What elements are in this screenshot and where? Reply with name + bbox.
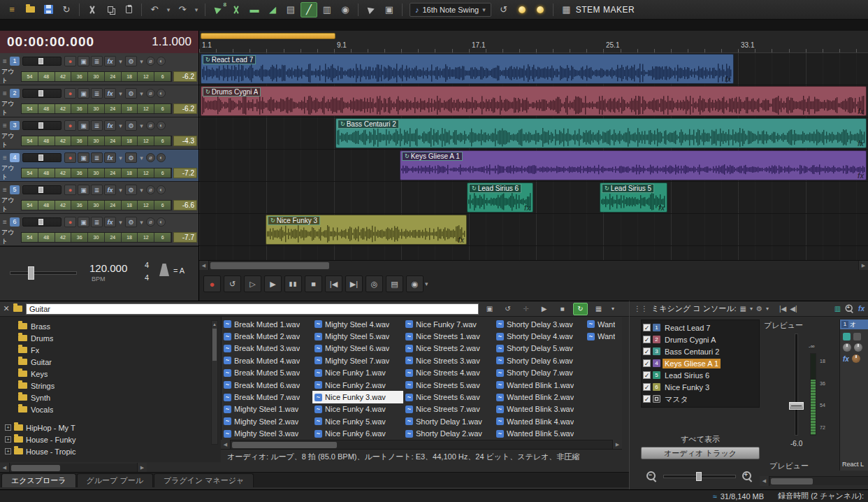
search-input[interactable] xyxy=(26,303,479,315)
track-strip[interactable]: ≡ 6 ● ▣ ≣ fx ▾ ⚙ ▾ ø ◐ アウト 5448423630241… xyxy=(0,214,198,246)
track-volume-slider[interactable] xyxy=(22,57,62,66)
folder-item[interactable]: Guitar xyxy=(0,356,221,368)
chevron-down-icon[interactable]: ▾ xyxy=(766,306,769,312)
preview-play-button[interactable]: ▶ xyxy=(537,303,551,315)
scrollbar-thumb[interactable] xyxy=(771,478,813,485)
track-fx-dropdown[interactable]: ▾ xyxy=(117,120,124,131)
volume-slider-thumb[interactable] xyxy=(38,155,43,161)
event-list-button[interactable]: ▤ xyxy=(386,275,403,292)
file-item[interactable]: ~Nice Funky 3.wav xyxy=(312,391,403,403)
timeline-header[interactable]: 1.19.117.125.133.1 xyxy=(199,31,868,53)
redo-dropdown[interactable]: ▾ xyxy=(192,2,201,17)
timeline-scrollbar[interactable]: ◀ ▶ xyxy=(199,260,868,270)
audio-clip[interactable]: ↻Lead Sirius 5 fx xyxy=(600,182,667,213)
audio-clip[interactable]: ↻Lead Sirius 6 fx xyxy=(467,182,533,213)
channel-strip-header[interactable]: 1 オ xyxy=(840,320,868,329)
hint-button-2[interactable] xyxy=(532,2,549,17)
file-item[interactable]: ~Nice Funky 6.wav xyxy=(312,428,403,440)
file-item[interactable]: ~Break Muted 1.wav xyxy=(222,318,312,330)
folder-item[interactable]: Brass xyxy=(0,320,221,332)
track-grip-icon[interactable]: ≡ xyxy=(1,154,8,162)
fade-tool-button[interactable]: ◢ xyxy=(264,2,281,17)
hint-button-1[interactable] xyxy=(514,2,530,17)
console-track-row[interactable]: ✓ 5 Lead Sirius 6 xyxy=(643,369,758,381)
file-item[interactable]: ~Mighty Steel 5.wav xyxy=(312,330,403,342)
file-item[interactable]: ~Shorty Delay 2.wav xyxy=(403,428,494,440)
file-item[interactable]: ~Break Muted 7.wav xyxy=(222,391,312,403)
paste-button[interactable] xyxy=(120,2,137,17)
volume-slider-thumb[interactable] xyxy=(38,122,43,129)
volume-slider-thumb[interactable] xyxy=(38,58,43,64)
track-input-button[interactable]: ≣ xyxy=(91,120,103,131)
track-gear-dropdown[interactable]: ▾ xyxy=(138,88,145,99)
track-fx-button[interactable]: fx xyxy=(104,185,116,195)
sync-button[interactable]: ↻ xyxy=(58,2,75,17)
track-gear-button[interactable]: ⚙ xyxy=(125,120,137,131)
time-signature-numerator[interactable]: 4 xyxy=(142,261,152,269)
track-gear-dropdown[interactable]: ▾ xyxy=(138,185,145,195)
track-visible-checkbox[interactable]: ✓ xyxy=(643,383,651,391)
audio-clip[interactable]: ↻Keys Gliese A 1 fx xyxy=(400,150,867,180)
select-tool-button[interactable] xyxy=(363,2,379,17)
meter-options-button[interactable]: ▥ xyxy=(834,305,841,313)
folder-item[interactable]: Vocals xyxy=(0,403,221,415)
volume-slider-thumb[interactable] xyxy=(38,90,43,96)
console-zoom-button[interactable]: + xyxy=(846,305,854,313)
play-button[interactable]: ▶ xyxy=(264,275,282,292)
views-dropdown[interactable]: ▾ xyxy=(609,303,616,315)
file-item[interactable]: ~Nice Funky 2.wav xyxy=(312,379,403,391)
file-item[interactable]: ~Wanted Blink 5.wav xyxy=(494,428,585,440)
track-grip-icon[interactable]: ≡ xyxy=(1,186,8,194)
tempo-slider[interactable] xyxy=(10,271,77,275)
file-item[interactable]: ~Nice Streets 5.wav xyxy=(403,379,494,391)
go-to-end-button[interactable]: ▶| xyxy=(345,275,363,292)
folder-item[interactable]: Keys xyxy=(0,368,221,380)
track-number-badge[interactable]: 4 xyxy=(10,153,20,162)
track-visible-checkbox[interactable]: ✓ xyxy=(643,371,651,379)
browse-folder-icon[interactable] xyxy=(13,306,22,312)
erase-tool-button[interactable]: ◉ xyxy=(337,2,354,17)
track-fx-dropdown[interactable]: ▾ xyxy=(117,56,124,66)
file-item[interactable]: ~Nice Funky 5.wav xyxy=(312,415,403,427)
file-item[interactable]: ~Mighty Steel 3.wav xyxy=(222,428,312,440)
track-interleave-button[interactable]: ◐ xyxy=(157,89,166,98)
track-input-button[interactable]: ≣ xyxy=(91,152,103,163)
split-tool-button[interactable] xyxy=(228,2,245,17)
undo-button[interactable]: ↶ xyxy=(146,2,163,17)
file-item[interactable]: ~Mighty Steel 2.wav xyxy=(222,415,312,427)
track-visible-checkbox[interactable]: ✓ xyxy=(643,359,651,367)
file-item[interactable]: ~Nice Funky 4.wav xyxy=(312,403,403,415)
loop-region-bar[interactable] xyxy=(201,33,335,39)
track-visible-checkbox[interactable]: ✓ xyxy=(643,347,651,355)
track-gear-dropdown[interactable]: ▾ xyxy=(138,56,145,66)
track-phase-button[interactable]: ø xyxy=(146,185,155,194)
transport-dropdown[interactable]: ▾ xyxy=(425,280,428,287)
track-type-button[interactable]: オーディオ トラック xyxy=(641,447,760,459)
track-fx-button[interactable]: fx xyxy=(104,120,116,131)
scroll-left-arrow[interactable]: ◀ xyxy=(760,476,769,486)
auto-preview-toggle[interactable]: ↻ xyxy=(573,303,588,315)
expand-icon[interactable]: + xyxy=(5,436,11,443)
track-strip[interactable]: ≡ 3 ● ▣ ≣ fx ▾ ⚙ ▾ ø ◐ アウト 5448423630241… xyxy=(0,117,198,150)
track-gear-button[interactable]: ⚙ xyxy=(125,88,137,99)
screenset-button[interactable]: ▤ xyxy=(282,2,299,17)
track-strip[interactable]: ≡ 1 ● ▣ ≣ fx ▾ ⚙ ▾ ø ◐ アウト 5448423630241… xyxy=(0,53,198,85)
scrollbar-thumb[interactable] xyxy=(212,329,217,361)
track-gear-button[interactable]: ⚙ xyxy=(125,56,137,66)
clip-fx-icon[interactable]: fx xyxy=(725,76,731,83)
file-item[interactable]: ~Break Muted 5.wav xyxy=(222,367,312,379)
track-gear-button[interactable]: ⚙ xyxy=(125,185,137,195)
file-item[interactable]: ~Shorty Delay 3.wav xyxy=(494,318,585,330)
panel-grip-icon[interactable]: ⋮⋮ xyxy=(634,305,648,313)
collection-item[interactable]: +House - Tropic xyxy=(0,445,221,457)
file-item[interactable]: ~Shorty Delay 6.wav xyxy=(494,354,585,366)
redo-button[interactable]: ↷ xyxy=(174,2,191,17)
scrollbar-thumb[interactable] xyxy=(210,262,329,269)
clip-fx-icon[interactable]: fx xyxy=(658,204,665,212)
track-input-button[interactable]: ≣ xyxy=(91,217,103,227)
track-input-button[interactable]: ≣ xyxy=(91,56,103,66)
preview-stop-button[interactable]: ■ xyxy=(555,303,570,315)
input-monitor-button[interactable] xyxy=(843,333,851,340)
console-track-row[interactable]: ✓ 1 React Lead 7 xyxy=(643,322,758,334)
console-track-row[interactable]: ✓ マスタ xyxy=(643,393,758,405)
